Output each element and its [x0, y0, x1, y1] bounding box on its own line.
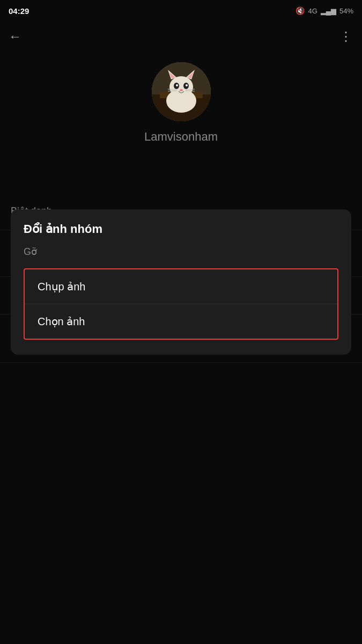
avatar-image — [152, 62, 211, 121]
group-name: Lamvisonham — [144, 130, 218, 144]
svg-point-12 — [186, 84, 188, 86]
svg-point-4 — [169, 76, 193, 98]
status-time: 04:29 — [9, 6, 29, 16]
status-icons: 🔇 4G ▂▄▆ 54% — [295, 6, 353, 15]
options-box: Chụp ảnh Chọn ảnh — [24, 268, 338, 340]
sheet-subtitle: Gỡ — [24, 246, 338, 258]
top-nav: ← ⋮ — [0, 21, 362, 52]
profile-area: Lamvisonham — [0, 52, 362, 160]
chup-anh-button[interactable]: Chụp ảnh — [25, 269, 337, 304]
svg-point-11 — [176, 84, 178, 86]
battery-icon: 54% — [339, 7, 353, 15]
network-icon: 4G — [308, 7, 317, 15]
avatar[interactable] — [152, 62, 211, 121]
svg-point-13 — [180, 89, 183, 91]
sheet-title: Đổi ảnh nhóm — [24, 222, 338, 236]
signal-bars-icon: ▂▄▆ — [321, 7, 336, 15]
status-bar: 04:29 🔇 4G ▂▄▆ 54% — [0, 0, 362, 21]
more-button[interactable]: ⋮ — [339, 29, 353, 44]
cat-svg — [152, 62, 211, 121]
chon-anh-button[interactable]: Chọn ảnh — [25, 304, 337, 339]
back-button[interactable]: ← — [9, 29, 21, 44]
bottom-sheet: Đổi ảnh nhóm Gỡ Chụp ảnh Chọn ảnh — [11, 209, 351, 355]
mute-icon: 🔇 — [295, 6, 305, 15]
